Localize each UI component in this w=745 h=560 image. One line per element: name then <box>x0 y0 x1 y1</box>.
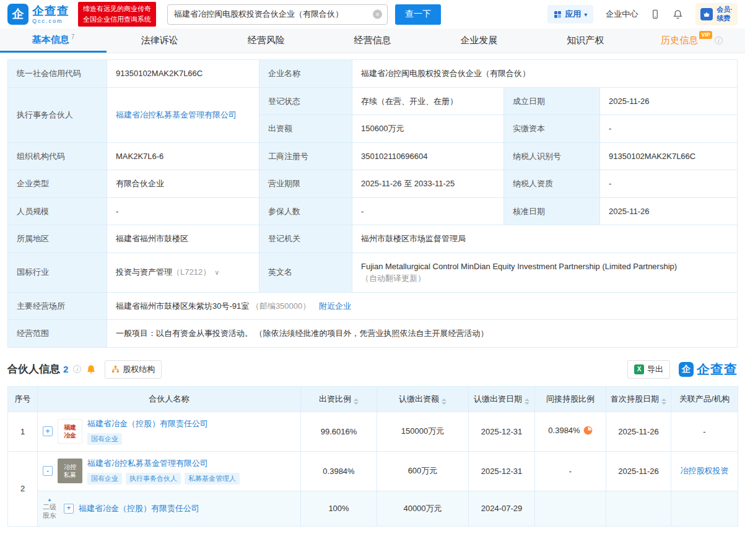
slogan-line-2: 全国企业信用查询系统 <box>83 14 151 25</box>
qcc-logo-cn: 企查查 <box>32 5 69 17</box>
label-paid-capital: 实缴资本 <box>504 115 600 143</box>
label-company-type: 企业类型 <box>8 170 107 198</box>
vip-renew-label: 会员· 续费 <box>717 6 733 23</box>
tab-basic-info-count: 7 <box>71 33 75 40</box>
search-button[interactable]: 查一下 <box>395 4 441 25</box>
col-related-product: 关联产品/机构 <box>671 386 738 411</box>
partners-info-icon[interactable]: i <box>73 365 81 373</box>
partner-1-name-link[interactable]: 福建省冶金（控股）有限责任公司 <box>87 418 208 429</box>
excel-icon: X <box>634 364 644 374</box>
partner-1-indirect-ratio: 0.3984% <box>535 411 606 451</box>
value-paid-capital: - <box>600 115 738 143</box>
clear-search-icon[interactable]: × <box>373 10 382 19</box>
col-subscribed-amount[interactable]: 认缴出资额 <box>377 386 469 411</box>
qcc-watermark-icon: 企 <box>679 362 694 377</box>
value-company-type: 有限合伙企业 <box>107 170 259 198</box>
vip-crown-icon <box>700 8 713 20</box>
tab-basic-info[interactable]: 基本信息 7 <box>0 28 107 53</box>
industry-expand-icon[interactable]: ∨ <box>214 269 219 276</box>
qcc-logo[interactable]: 企 企查查 Qcc.com <box>7 4 69 25</box>
sort-icon[interactable] <box>661 398 666 405</box>
value-approval-date: 2025-11-26 <box>600 197 738 225</box>
expand-row-button[interactable]: + <box>43 426 53 436</box>
sort-icon[interactable] <box>354 398 359 405</box>
col-subscribe-date[interactable]: 认缴出资日期 <box>469 386 535 411</box>
tab-business-info-label: 经营信息 <box>354 35 391 46</box>
col-partner-name: 合伙人名称 <box>38 386 301 411</box>
sort-icon[interactable] <box>442 398 447 405</box>
value-insured-count: - <box>352 197 504 225</box>
partner-1-logo-line2: 冶金 <box>64 431 76 439</box>
value-taxpayer-id: 91350102MAK2K7L66C <box>600 142 738 170</box>
tab-operation-risk[interactable]: 经营风险 <box>213 28 320 53</box>
second-level-label-2: 股东 <box>43 511 56 520</box>
partner-row-1: 1 + 福建 冶金 福建省冶金（控股）有限责任公司 国有企业 9 <box>8 411 738 451</box>
partner-2-ratio: 0.3984% <box>301 451 377 491</box>
col-seq: 序号 <box>8 386 38 411</box>
equity-structure-label: 股权结构 <box>123 364 155 375</box>
col-indirect-ratio: 间接持股比例 <box>535 386 606 411</box>
tab-company-development[interactable]: 企业发展 <box>425 28 532 53</box>
related-product-link[interactable]: 冶控股权投资 <box>681 466 729 475</box>
export-button[interactable]: X 导出 <box>627 360 670 379</box>
label-region: 所属地区 <box>8 225 107 253</box>
mobile-app-icon[interactable] <box>650 9 660 20</box>
executive-partner-link[interactable]: 福建省冶控私募基金管理有限公司 <box>116 110 237 119</box>
value-registration-status: 存续（在营、开业、在册） <box>352 87 504 115</box>
apps-menu[interactable]: 应用 ▾ <box>547 5 593 24</box>
col-ratio[interactable]: 出资比例 <box>301 386 377 411</box>
value-industry: 投资与资产管理（L7212）∨ <box>107 252 259 292</box>
header-actions: 应用 ▾ 企业中心 会员· 续费 <box>547 3 738 25</box>
label-taxpayer-id: 纳税人识别号 <box>504 142 600 170</box>
enterprise-center-link[interactable]: 企业中心 <box>606 9 638 20</box>
vip-badge: VIP <box>699 31 712 39</box>
address-postcode: （邮编350000） <box>251 301 310 311</box>
col-first-hold-date[interactable]: 首次持股日期 <box>606 386 671 411</box>
notification-bell-icon[interactable] <box>673 9 683 20</box>
partners-alert-bell-icon[interactable] <box>86 364 96 374</box>
collapse-row-button[interactable]: - <box>43 466 53 476</box>
partners-section-header: 合伙人信息 2 i 股权结构 X 导出 企 企查查 <box>7 360 738 379</box>
tab-history-info[interactable]: 历史信息 VIP i <box>638 28 745 53</box>
tab-intellectual-property[interactable]: 知识产权 <box>532 28 638 53</box>
partner-2-subscribe-date: 2025-12-31 <box>469 451 535 491</box>
apps-menu-label: 应用 <box>565 9 581 20</box>
search-input[interactable] <box>167 4 388 25</box>
subrow-shareholder-link[interactable]: 福建省冶金（控股）有限责任公司 <box>79 503 199 514</box>
qcc-logo-en: Qcc.com <box>32 18 69 24</box>
partner-2-indirect-ratio: - <box>535 451 606 491</box>
partners-table: 序号 合伙人名称 出资比例 认缴出资额 认缴出资日期 间接持股比例 首次持股日期… <box>7 386 738 527</box>
tab-legal-litigation[interactable]: 法律诉讼 <box>107 28 213 53</box>
equity-structure-button[interactable]: 股权结构 <box>105 360 162 379</box>
subrow-amount: 40000万元 <box>377 491 469 527</box>
nearby-companies-link[interactable]: 附近企业 <box>319 301 351 311</box>
history-info-icon[interactable]: i <box>715 37 723 45</box>
expand-subrow-button[interactable]: + <box>64 504 74 514</box>
partner-1-ratio: 99.6016% <box>301 411 377 451</box>
label-registry: 登记机关 <box>259 225 352 253</box>
partner-2-name-link[interactable]: 福建省冶控私募基金管理有限公司 <box>87 458 240 469</box>
empty-cell <box>535 491 606 527</box>
value-capital: 150600万元 <box>352 115 504 143</box>
address-text: 福建省福州市鼓楼区朱紫坊30号-91室 <box>116 301 249 311</box>
collapse-second-level-control[interactable]: ▲ 二级 股东 <box>43 498 56 520</box>
value-credit-code: 91350102MAK2K7L66C <box>107 60 259 88</box>
equity-penetration-icon[interactable] <box>583 426 593 437</box>
sort-icon[interactable] <box>525 398 529 405</box>
value-executive-partner: 福建省冶控私募基金管理有限公司 <box>107 87 259 142</box>
tab-business-info[interactable]: 经营信息 <box>320 28 426 53</box>
qcc-watermark-text: 企查查 <box>697 361 738 378</box>
partner-1-amount: 150000万元 <box>377 411 469 451</box>
industry-code: （L7212） <box>172 267 211 277</box>
partner-2-name-cell: - 冶控 私募 福建省冶控私募基金管理有限公司 国有企业 执行事务合伙人 私募基… <box>38 451 301 491</box>
value-region: 福建省福州市鼓楼区 <box>107 225 259 253</box>
col-first-hold-date-label: 首次持股日期 <box>611 394 659 403</box>
value-establish-date: 2025-11-26 <box>600 87 738 115</box>
vip-renew-button[interactable]: 会员· 续费 <box>695 3 738 25</box>
second-level-label-1: 二级 <box>43 502 56 511</box>
label-business-scope: 经营范围 <box>8 320 107 348</box>
partner-2-amount: 600万元 <box>377 451 469 491</box>
partner-2-seq: 2 <box>8 451 38 527</box>
partner-1-seq: 1 <box>8 411 38 451</box>
partner-1-name-cell: + 福建 冶金 福建省冶金（控股）有限责任公司 国有企业 <box>38 411 301 451</box>
